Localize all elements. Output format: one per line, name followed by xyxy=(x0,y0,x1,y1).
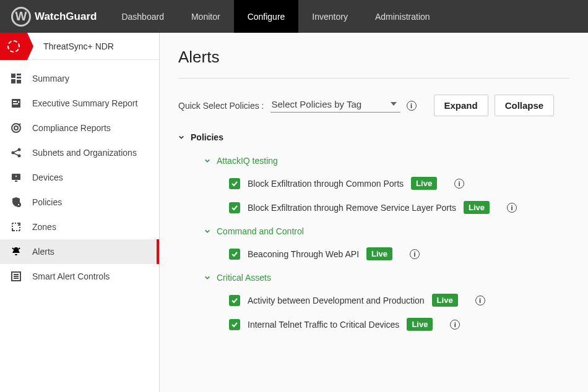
svg-point-11 xyxy=(18,148,21,151)
policy-row: Activity between Development and Product… xyxy=(229,294,569,307)
nav-item-inventory[interactable]: Inventory xyxy=(298,0,361,33)
caret-down-icon xyxy=(391,102,397,106)
module-chip xyxy=(0,33,27,60)
top-nav: W WatchGuard DashboardMonitorConfigureIn… xyxy=(0,0,588,33)
info-icon[interactable]: i xyxy=(450,320,460,330)
policy-checkbox[interactable] xyxy=(229,178,240,189)
policy-checkbox[interactable] xyxy=(229,202,240,213)
share-icon xyxy=(10,147,22,159)
policy-label: Beaconing Through Web API xyxy=(248,249,359,259)
crosshair-icon xyxy=(7,40,20,53)
svg-rect-7 xyxy=(13,103,18,104)
policy-row: Internal Telnet Traffic to Critical Devi… xyxy=(229,318,569,331)
policy-tag-select[interactable]: Select Policies by Tag xyxy=(270,99,400,113)
svg-rect-3 xyxy=(11,79,15,83)
info-icon[interactable]: i xyxy=(507,203,517,213)
svg-rect-2 xyxy=(17,77,21,79)
policy-checkbox[interactable] xyxy=(229,295,240,306)
svg-point-12 xyxy=(18,155,21,158)
policies-section-header[interactable]: Policies xyxy=(178,132,569,142)
policy-checkbox[interactable] xyxy=(229,319,240,330)
bell-icon xyxy=(10,245,22,258)
policy-group-name: Critical Assets xyxy=(217,273,271,283)
policy-group: Critical AssetsActivity between Developm… xyxy=(204,273,569,331)
nav-item-configure[interactable]: Configure xyxy=(234,0,299,33)
policy-label: Block Exfiltration through Common Ports xyxy=(248,179,404,189)
expand-button[interactable]: Expand xyxy=(434,95,488,116)
policy-checkbox[interactable] xyxy=(229,249,240,260)
zone-icon xyxy=(10,221,22,233)
svg-rect-6 xyxy=(13,101,17,102)
grid-icon xyxy=(10,72,22,85)
sidebar-item-label: Subnets and Organizations xyxy=(32,148,137,158)
main-content: Alerts Quick Select Policies : Select Po… xyxy=(160,33,588,392)
module-title: ThreatSync+ NDR xyxy=(43,41,114,51)
module-header[interactable]: ThreatSync+ NDR xyxy=(0,33,159,60)
policies-section-title: Policies xyxy=(191,132,223,142)
target-icon xyxy=(10,122,22,134)
policy-group-header[interactable]: Command and Control xyxy=(204,226,569,236)
sidebar-item-subnets-and-organizations[interactable]: Subnets and Organizations xyxy=(0,140,159,165)
sidebar-item-label: Summary xyxy=(32,74,69,83)
sidebar-item-executive-summary-report[interactable]: Executive Summary Report xyxy=(0,91,159,116)
chevron-down-icon xyxy=(204,275,210,281)
sidebar-item-label: Alerts xyxy=(32,247,54,257)
report-icon xyxy=(10,97,22,109)
divider xyxy=(178,78,569,79)
chevron-down-icon xyxy=(204,158,210,164)
policy-label: Block Exfiltration through Remove Servic… xyxy=(248,203,456,213)
policy-group-header[interactable]: Critical Assets xyxy=(204,273,569,283)
policy-group-header[interactable]: AttackIQ testing xyxy=(204,156,569,166)
sidebar-item-label: Zones xyxy=(32,222,56,232)
live-badge: Live xyxy=(407,318,433,331)
info-icon[interactable]: i xyxy=(475,296,485,305)
live-badge: Live xyxy=(464,201,490,214)
shield-icon xyxy=(10,196,22,208)
sidebar-item-devices[interactable]: Devices xyxy=(0,165,159,190)
live-badge: Live xyxy=(366,247,392,260)
sidebar-item-label: Policies xyxy=(32,197,62,207)
policy-group-name: AttackIQ testing xyxy=(217,156,278,166)
policy-row: Block Exfiltration through Remove Servic… xyxy=(229,201,569,214)
info-icon[interactable]: i xyxy=(407,101,417,111)
info-icon[interactable]: i xyxy=(454,179,464,189)
brand-logo[interactable]: W WatchGuard xyxy=(0,7,108,27)
sidebar-item-label: Smart Alert Controls xyxy=(32,271,110,281)
sidebar-item-smart-alert-controls[interactable]: Smart Alert Controls xyxy=(0,264,159,289)
sidebar-item-policies[interactable]: Policies xyxy=(0,190,159,215)
policy-label: Activity between Development and Product… xyxy=(248,296,425,305)
policy-group: AttackIQ testingBlock Exfiltration throu… xyxy=(204,156,569,214)
policy-label: Internal Telnet Traffic to Critical Devi… xyxy=(248,320,399,330)
sidebar-item-label: Executive Summary Report xyxy=(32,98,137,108)
svg-rect-0 xyxy=(11,74,15,78)
sidebar-item-zones[interactable]: Zones xyxy=(0,215,159,239)
monitor-plus-icon xyxy=(10,171,22,184)
sidebar-item-label: Devices xyxy=(32,173,63,182)
sidebar-item-alerts[interactable]: Alerts xyxy=(0,239,159,264)
sidebar: ThreatSync+ NDR SummaryExecutive Summary… xyxy=(0,33,160,392)
collapse-button[interactable]: Collapse xyxy=(495,95,555,116)
nav-item-dashboard[interactable]: Dashboard xyxy=(108,0,178,33)
nav-item-administration[interactable]: Administration xyxy=(361,0,444,33)
sidebar-item-summary[interactable]: Summary xyxy=(0,66,159,91)
logo-icon: W xyxy=(11,7,31,27)
policy-row: Beaconing Through Web APILivei xyxy=(229,247,569,260)
quick-select-label: Quick Select Policies : xyxy=(178,101,264,111)
list-icon xyxy=(10,270,22,283)
select-value: Select Policies by Tag xyxy=(272,99,362,109)
policy-group: Command and ControlBeaconing Through Web… xyxy=(204,226,569,260)
sidebar-item-compliance-reports[interactable]: Compliance Reports xyxy=(0,116,159,140)
chevron-down-icon xyxy=(204,228,210,234)
chevron-down-icon xyxy=(178,134,184,140)
info-icon[interactable]: i xyxy=(410,249,420,259)
live-badge: Live xyxy=(432,294,458,307)
controls-row: Quick Select Policies : Select Policies … xyxy=(178,95,569,116)
svg-point-9 xyxy=(14,126,18,130)
nav-item-monitor[interactable]: Monitor xyxy=(178,0,234,33)
svg-rect-1 xyxy=(17,74,21,75)
policy-group-name: Command and Control xyxy=(217,226,304,236)
sidebar-item-label: Compliance Reports xyxy=(32,123,111,133)
page-title: Alerts xyxy=(178,48,569,67)
brand-name: WatchGuard xyxy=(35,11,97,23)
svg-rect-14 xyxy=(15,181,17,182)
